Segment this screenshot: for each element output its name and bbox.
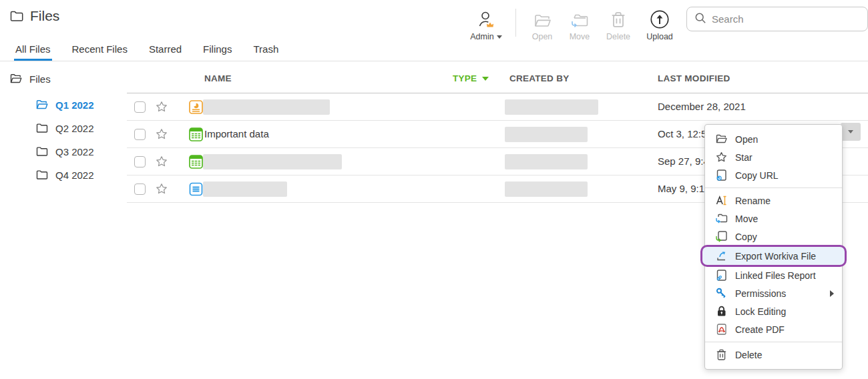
sidebar-item-q4-2022[interactable]: Q4 2022	[35, 168, 94, 181]
menu-item-label: Lock Editing	[735, 306, 834, 317]
document-file-icon	[188, 181, 204, 197]
sort-desc-icon	[482, 77, 489, 81]
tab-trash[interactable]: Trash	[252, 41, 280, 61]
tab-filings[interactable]: Filings	[202, 41, 233, 61]
menu-item-open[interactable]: Open	[705, 130, 842, 148]
open-folder-icon	[715, 133, 728, 145]
table-row[interactable]: December 28, 2021	[127, 93, 868, 121]
row-context-menu: Open Star Copy URL Rename Move	[704, 124, 843, 370]
row-checkbox[interactable]	[134, 101, 146, 113]
open-folder-icon	[35, 98, 49, 111]
folder-icon	[9, 9, 24, 23]
open-button[interactable]: Open	[523, 8, 561, 41]
menu-item-permissions[interactable]: Permissions	[705, 284, 842, 302]
chevron-down-icon	[848, 130, 853, 133]
admin-user-icon	[467, 8, 505, 29]
tab-bar: All Files Recent Files Starred Filings T…	[0, 41, 868, 61]
menu-divider	[705, 342, 842, 342]
column-header-last-modified[interactable]: LAST MODIFIED	[658, 73, 730, 83]
menu-item-label: Open	[735, 134, 834, 145]
star-icon[interactable]	[155, 155, 168, 168]
column-header-name[interactable]: NAME	[204, 73, 232, 83]
menu-item-label: Create PDF	[735, 324, 834, 335]
toolbar-divider	[515, 9, 516, 37]
menu-item-delete[interactable]: Delete	[705, 346, 842, 364]
menu-item-lock-editing[interactable]: Lock Editing	[705, 302, 842, 320]
delete-label: Delete	[606, 32, 630, 41]
redacted-file-name	[203, 181, 287, 197]
menu-item-label: Permissions	[735, 288, 823, 299]
crown-icon	[487, 23, 493, 27]
copy-file-icon	[715, 230, 728, 243]
column-header-created-by[interactable]: CREATED BY	[509, 73, 569, 83]
table-header: NAME TYPE CREATED BY LAST MODIFIED	[127, 67, 868, 93]
move-folder-icon	[561, 8, 598, 29]
star-icon	[715, 151, 728, 163]
menu-item-linked-files-report[interactable]: Linked Files Report	[705, 266, 842, 284]
menu-item-label: Star	[735, 152, 834, 163]
admin-menu-button[interactable]: Admin	[467, 8, 505, 41]
file-name[interactable]: Important data	[204, 128, 269, 139]
sidebar-item-label: Q2 2022	[55, 123, 94, 134]
column-header-type-label: TYPE	[453, 73, 477, 83]
menu-item-create-pdf[interactable]: Create PDF	[705, 320, 842, 338]
submenu-arrow-icon	[830, 290, 834, 297]
redacted-file-name	[203, 99, 330, 115]
search-input[interactable]	[712, 13, 860, 25]
create-pdf-icon	[715, 323, 728, 336]
open-folder-icon	[9, 72, 23, 85]
sidebar-item-q3-2022[interactable]: Q3 2022	[35, 145, 94, 158]
move-button[interactable]: Move	[561, 8, 598, 41]
tab-recent-files[interactable]: Recent Files	[71, 41, 129, 61]
move-file-icon	[715, 212, 728, 225]
page-title-label: Files	[30, 8, 59, 24]
upload-button[interactable]: Upload	[641, 8, 678, 41]
page-title: Files	[9, 8, 59, 24]
star-icon[interactable]	[155, 127, 168, 141]
folder-icon	[35, 168, 49, 181]
sidebar-item-label: Q1 2022	[55, 99, 94, 111]
menu-item-copy[interactable]: Copy	[705, 228, 842, 246]
row-checkbox[interactable]	[134, 129, 146, 140]
star-icon[interactable]	[155, 182, 168, 196]
spreadsheet-file-icon	[188, 154, 204, 169]
menu-item-label: Linked Files Report	[735, 270, 834, 281]
search-box	[686, 7, 868, 31]
menu-item-rename[interactable]: Rename	[705, 192, 842, 210]
sidebar-item-q2-2022[interactable]: Q2 2022	[35, 121, 94, 135]
sidebar-item-q1-2022[interactable]: Q1 2022	[35, 98, 94, 111]
last-modified-value: May 9, 9:1	[658, 183, 704, 194]
menu-item-label: Delete	[735, 350, 834, 360]
open-folder-icon	[523, 8, 561, 29]
open-label: Open	[532, 32, 553, 41]
sidebar-item-files-root[interactable]: Files	[9, 72, 51, 85]
menu-item-export-workiva-file[interactable]: Export Workiva File	[702, 247, 845, 265]
last-modified-value: Oct 3, 12:5	[658, 128, 706, 139]
sidebar-root-label: Files	[29, 73, 51, 85]
last-modified-value: December 28, 2021	[658, 101, 746, 112]
last-modified-value: Sep 27, 9:4	[658, 155, 709, 167]
delete-button[interactable]: Delete	[600, 8, 637, 41]
menu-item-copy-url[interactable]: Copy URL	[705, 166, 842, 184]
menu-item-label: Copy URL	[735, 170, 834, 181]
menu-divider	[705, 187, 842, 188]
menu-item-move[interactable]: Move	[705, 210, 842, 228]
trash-icon	[600, 8, 637, 29]
redacted-created-by	[505, 127, 588, 142]
lock-icon	[715, 305, 728, 318]
redacted-file-name	[203, 154, 342, 169]
sidebar-item-label: Q3 2022	[55, 146, 94, 157]
move-label: Move	[570, 32, 590, 41]
tab-starred[interactable]: Starred	[148, 41, 183, 61]
menu-item-label: Copy	[735, 232, 834, 242]
row-checkbox[interactable]	[134, 183, 146, 195]
row-checkbox[interactable]	[134, 156, 146, 167]
tab-all-files[interactable]: All Files	[14, 41, 52, 61]
star-icon[interactable]	[155, 100, 168, 113]
column-header-type[interactable]: TYPE	[453, 73, 489, 83]
row-actions-dropdown-button[interactable]	[841, 123, 861, 141]
menu-item-star[interactable]: Star	[705, 148, 842, 166]
redacted-created-by	[505, 181, 588, 197]
sidebar-item-label: Q4 2022	[55, 169, 94, 181]
menu-item-label: Move	[735, 214, 834, 224]
